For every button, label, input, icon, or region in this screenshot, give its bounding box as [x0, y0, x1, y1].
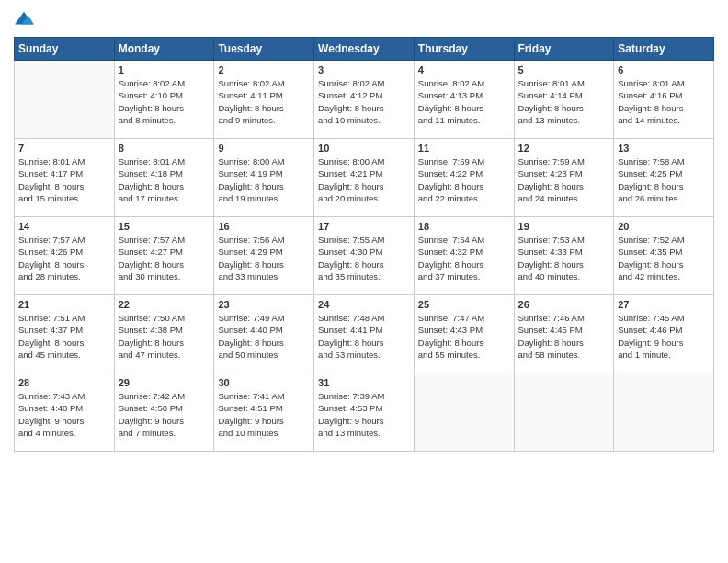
day-content: Sunrise: 8:00 AM Sunset: 4:19 PM Dayligh…: [218, 155, 310, 204]
calendar-header-monday: Monday: [114, 38, 214, 61]
day-number: 6: [618, 64, 710, 75]
calendar-cell: 2Sunrise: 8:02 AM Sunset: 4:11 PM Daylig…: [214, 61, 314, 139]
calendar-cell: 5Sunrise: 8:01 AM Sunset: 4:14 PM Daylig…: [514, 61, 614, 139]
calendar-cell: 16Sunrise: 7:56 AM Sunset: 4:29 PM Dayli…: [214, 217, 314, 295]
day-content: Sunrise: 7:45 AM Sunset: 4:46 PM Dayligh…: [618, 312, 710, 361]
day-number: 27: [618, 299, 710, 310]
calendar-header-friday: Friday: [514, 38, 614, 61]
calendar-cell: [414, 373, 514, 452]
calendar-cell: 26Sunrise: 7:46 AM Sunset: 4:45 PM Dayli…: [514, 295, 614, 373]
day-content: Sunrise: 7:41 AM Sunset: 4:51 PM Dayligh…: [218, 390, 310, 439]
calendar-week-2: 14Sunrise: 7:57 AM Sunset: 4:26 PM Dayli…: [15, 217, 714, 295]
day-number: 2: [218, 64, 310, 75]
day-content: Sunrise: 8:01 AM Sunset: 4:14 PM Dayligh…: [518, 77, 610, 126]
day-content: Sunrise: 7:58 AM Sunset: 4:25 PM Dayligh…: [618, 155, 710, 204]
day-content: Sunrise: 7:48 AM Sunset: 4:41 PM Dayligh…: [318, 312, 410, 361]
day-content: Sunrise: 7:50 AM Sunset: 4:38 PM Dayligh…: [119, 312, 210, 361]
calendar-cell: 12Sunrise: 7:59 AM Sunset: 4:23 PM Dayli…: [514, 139, 614, 217]
day-content: Sunrise: 7:57 AM Sunset: 4:27 PM Dayligh…: [119, 234, 210, 282]
calendar-cell: 23Sunrise: 7:49 AM Sunset: 4:40 PM Dayli…: [214, 295, 314, 373]
calendar-cell: 14Sunrise: 7:57 AM Sunset: 4:26 PM Dayli…: [15, 217, 115, 295]
day-content: Sunrise: 7:59 AM Sunset: 4:22 PM Dayligh…: [418, 155, 510, 204]
day-number: 8: [119, 143, 210, 154]
calendar-cell: 7Sunrise: 8:01 AM Sunset: 4:17 PM Daylig…: [15, 139, 115, 217]
calendar-week-0: 1Sunrise: 8:02 AM Sunset: 4:10 PM Daylig…: [15, 61, 714, 139]
day-content: Sunrise: 7:43 AM Sunset: 4:48 PM Dayligh…: [18, 390, 110, 439]
calendar-cell: 8Sunrise: 8:01 AM Sunset: 4:18 PM Daylig…: [114, 139, 214, 217]
calendar-cell: 21Sunrise: 7:51 AM Sunset: 4:37 PM Dayli…: [15, 295, 115, 373]
calendar-cell: 4Sunrise: 8:02 AM Sunset: 4:13 PM Daylig…: [414, 61, 514, 139]
calendar-cell: 19Sunrise: 7:53 AM Sunset: 4:33 PM Dayli…: [514, 217, 614, 295]
day-number: 14: [18, 221, 110, 232]
day-number: 12: [518, 143, 610, 154]
calendar-cell: 1Sunrise: 8:02 AM Sunset: 4:10 PM Daylig…: [114, 61, 214, 139]
day-number: 15: [119, 221, 210, 232]
calendar-cell: 15Sunrise: 7:57 AM Sunset: 4:27 PM Dayli…: [114, 217, 214, 295]
day-number: 26: [518, 299, 610, 310]
day-content: Sunrise: 7:56 AM Sunset: 4:29 PM Dayligh…: [218, 234, 310, 282]
calendar-cell: 22Sunrise: 7:50 AM Sunset: 4:38 PM Dayli…: [114, 295, 214, 373]
calendar-cell: 24Sunrise: 7:48 AM Sunset: 4:41 PM Dayli…: [314, 295, 415, 373]
day-content: Sunrise: 7:55 AM Sunset: 4:30 PM Dayligh…: [318, 234, 410, 282]
day-number: 30: [218, 377, 310, 388]
day-number: 31: [318, 377, 410, 388]
calendar-header-row: SundayMondayTuesdayWednesdayThursdayFrid…: [15, 38, 714, 61]
header: [14, 9, 714, 29]
day-number: 11: [418, 143, 510, 154]
day-number: 19: [518, 221, 610, 232]
calendar-cell: 25Sunrise: 7:47 AM Sunset: 4:43 PM Dayli…: [414, 295, 514, 373]
day-content: Sunrise: 8:02 AM Sunset: 4:10 PM Dayligh…: [119, 77, 210, 126]
calendar-week-1: 7Sunrise: 8:01 AM Sunset: 4:17 PM Daylig…: [15, 139, 714, 217]
day-content: Sunrise: 7:57 AM Sunset: 4:26 PM Dayligh…: [18, 234, 110, 282]
calendar-header-thursday: Thursday: [414, 38, 514, 61]
calendar-cell: 18Sunrise: 7:54 AM Sunset: 4:32 PM Dayli…: [414, 217, 514, 295]
calendar-cell: 11Sunrise: 7:59 AM Sunset: 4:22 PM Dayli…: [414, 139, 514, 217]
calendar-cell: 17Sunrise: 7:55 AM Sunset: 4:30 PM Dayli…: [314, 217, 415, 295]
calendar: SundayMondayTuesdayWednesdayThursdayFrid…: [14, 37, 714, 452]
calendar-cell: 29Sunrise: 7:42 AM Sunset: 4:50 PM Dayli…: [114, 373, 214, 452]
day-number: 22: [119, 299, 210, 310]
day-number: 20: [618, 221, 710, 232]
day-number: 21: [18, 299, 110, 310]
day-content: Sunrise: 7:42 AM Sunset: 4:50 PM Dayligh…: [119, 390, 210, 439]
calendar-cell: 30Sunrise: 7:41 AM Sunset: 4:51 PM Dayli…: [214, 373, 314, 452]
day-number: 4: [418, 64, 510, 75]
calendar-week-4: 28Sunrise: 7:43 AM Sunset: 4:48 PM Dayli…: [15, 373, 714, 452]
calendar-header-wednesday: Wednesday: [314, 38, 415, 61]
day-number: 16: [218, 221, 310, 232]
calendar-cell: 13Sunrise: 7:58 AM Sunset: 4:25 PM Dayli…: [614, 139, 714, 217]
calendar-cell: 31Sunrise: 7:39 AM Sunset: 4:53 PM Dayli…: [314, 373, 415, 452]
calendar-cell: [614, 373, 714, 452]
logo-icon: [14, 9, 34, 29]
day-number: 23: [218, 299, 310, 310]
day-content: Sunrise: 7:51 AM Sunset: 4:37 PM Dayligh…: [18, 312, 110, 361]
day-number: 7: [18, 143, 110, 154]
day-content: Sunrise: 8:00 AM Sunset: 4:21 PM Dayligh…: [318, 155, 410, 204]
calendar-header-sunday: Sunday: [15, 38, 115, 61]
calendar-cell: 27Sunrise: 7:45 AM Sunset: 4:46 PM Dayli…: [614, 295, 714, 373]
day-content: Sunrise: 7:49 AM Sunset: 4:40 PM Dayligh…: [218, 312, 310, 361]
day-number: 25: [418, 299, 510, 310]
calendar-header-saturday: Saturday: [614, 38, 714, 61]
day-content: Sunrise: 7:53 AM Sunset: 4:33 PM Dayligh…: [518, 234, 610, 282]
day-content: Sunrise: 7:59 AM Sunset: 4:23 PM Dayligh…: [518, 155, 610, 204]
day-content: Sunrise: 8:01 AM Sunset: 4:18 PM Dayligh…: [119, 155, 210, 204]
day-number: 5: [518, 64, 610, 75]
day-number: 24: [318, 299, 410, 310]
day-content: Sunrise: 8:02 AM Sunset: 4:12 PM Dayligh…: [318, 77, 410, 126]
day-number: 9: [218, 143, 310, 154]
day-content: Sunrise: 8:01 AM Sunset: 4:16 PM Dayligh…: [618, 77, 710, 126]
day-content: Sunrise: 8:01 AM Sunset: 4:17 PM Dayligh…: [18, 155, 110, 204]
day-number: 3: [318, 64, 410, 75]
calendar-cell: [514, 373, 614, 452]
calendar-cell: 20Sunrise: 7:52 AM Sunset: 4:35 PM Dayli…: [614, 217, 714, 295]
day-content: Sunrise: 7:47 AM Sunset: 4:43 PM Dayligh…: [418, 312, 510, 361]
day-content: Sunrise: 8:02 AM Sunset: 4:11 PM Dayligh…: [218, 77, 310, 126]
calendar-cell: 9Sunrise: 8:00 AM Sunset: 4:19 PM Daylig…: [214, 139, 314, 217]
day-content: Sunrise: 7:46 AM Sunset: 4:45 PM Dayligh…: [518, 312, 610, 361]
calendar-cell: 3Sunrise: 8:02 AM Sunset: 4:12 PM Daylig…: [314, 61, 415, 139]
calendar-week-3: 21Sunrise: 7:51 AM Sunset: 4:37 PM Dayli…: [15, 295, 714, 373]
day-number: 17: [318, 221, 410, 232]
calendar-cell: [15, 61, 115, 139]
day-content: Sunrise: 7:52 AM Sunset: 4:35 PM Dayligh…: [618, 234, 710, 282]
